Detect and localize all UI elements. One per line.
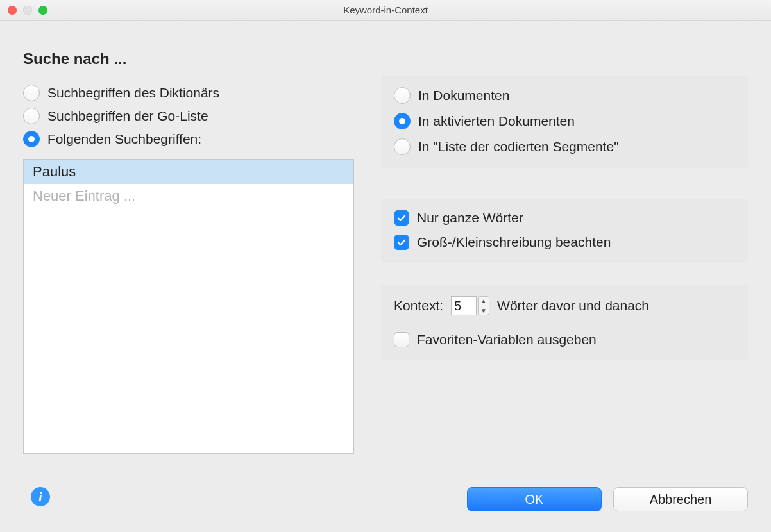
- zoom-window-button[interactable]: [38, 6, 47, 15]
- search-terms-list[interactable]: Paulus Neuer Eintrag ...: [23, 159, 354, 454]
- scope-panel: In Dokumenten In aktivierten Dokumenten …: [381, 76, 748, 168]
- checkbox-icon: [394, 235, 409, 250]
- radio-label: Folgenden Suchbegriffen:: [47, 131, 201, 147]
- context-input[interactable]: [451, 296, 477, 315]
- radio-label: In aktivierten Dokumenten: [418, 113, 575, 129]
- radio-in-activated-documents[interactable]: In aktivierten Dokumenten: [394, 113, 735, 129]
- radio-label: Suchbegriffen des Diktionärs: [47, 85, 219, 101]
- radio-in-documents[interactable]: In Dokumenten: [394, 87, 735, 104]
- checkbox-icon: [394, 332, 409, 347]
- checkbox-label: Favoriten-Variablen ausgeben: [417, 332, 597, 347]
- context-row: Kontext: ▲ ▼ Wörter davor und danach: [394, 296, 735, 315]
- info-icon: i: [38, 490, 42, 504]
- cancel-button[interactable]: Abbrechen: [613, 487, 748, 511]
- stepper-arrows: ▲ ▼: [478, 296, 489, 315]
- dialog-buttons: OK Abbrechen: [467, 487, 748, 511]
- radio-icon: [23, 131, 40, 147]
- search-heading: Suche nach ...: [23, 50, 126, 68]
- context-label: Kontext:: [394, 298, 443, 313]
- checkbox-icon: [394, 210, 409, 226]
- context-panel: Kontext: ▲ ▼ Wörter davor und danach Fav…: [381, 285, 748, 360]
- radio-icon: [394, 113, 411, 129]
- radio-label: In Dokumenten: [418, 88, 509, 103]
- radio-dictionary-terms[interactable]: Suchbegriffen des Diktionärs: [23, 85, 219, 101]
- list-item[interactable]: Paulus: [24, 160, 353, 184]
- checkbox-case-sensitive[interactable]: Groß-/Kleinschreibung beachten: [394, 235, 735, 250]
- radio-icon: [394, 138, 411, 155]
- dialog-content: Suche nach ... Suchbegriffen des Diktion…: [0, 21, 771, 532]
- radio-icon: [394, 87, 411, 104]
- radio-icon: [23, 85, 40, 101]
- minimize-window-button[interactable]: [23, 6, 32, 15]
- radio-label: In "Liste der codierten Segmente": [418, 139, 619, 154]
- match-options-panel: Nur ganze Wörter Groß-/Kleinschreibung b…: [381, 199, 748, 263]
- window-title: Keyword-in-Context: [0, 4, 771, 15]
- stepper-up-button[interactable]: ▲: [478, 296, 489, 306]
- checkbox-output-favorites[interactable]: Favoriten-Variablen ausgeben: [394, 332, 735, 347]
- checkbox-label: Groß-/Kleinschreibung beachten: [417, 235, 611, 250]
- radio-go-list-terms[interactable]: Suchbegriffen der Go-Liste: [23, 108, 219, 124]
- new-entry-placeholder[interactable]: Neuer Eintrag ...: [24, 184, 353, 208]
- checkbox-label: Nur ganze Wörter: [417, 210, 523, 226]
- radio-label: Suchbegriffen der Go-Liste: [47, 108, 208, 124]
- radio-icon: [23, 108, 40, 124]
- stepper-down-button[interactable]: ▼: [478, 306, 489, 316]
- search-source-group: Suchbegriffen des Diktionärs Suchbegriff…: [23, 85, 219, 147]
- radio-in-retrieved-segments[interactable]: In "Liste der codierten Segmente": [394, 138, 735, 155]
- radio-following-terms[interactable]: Folgenden Suchbegriffen:: [23, 131, 219, 147]
- checkbox-whole-words[interactable]: Nur ganze Wörter: [394, 210, 735, 226]
- info-button[interactable]: i: [31, 487, 50, 506]
- window-controls: [8, 6, 47, 15]
- ok-button[interactable]: OK: [467, 487, 602, 511]
- context-suffix: Wörter davor und danach: [497, 298, 649, 313]
- context-stepper: ▲ ▼: [451, 296, 489, 315]
- close-window-button[interactable]: [8, 6, 17, 15]
- titlebar: Keyword-in-Context: [0, 0, 771, 21]
